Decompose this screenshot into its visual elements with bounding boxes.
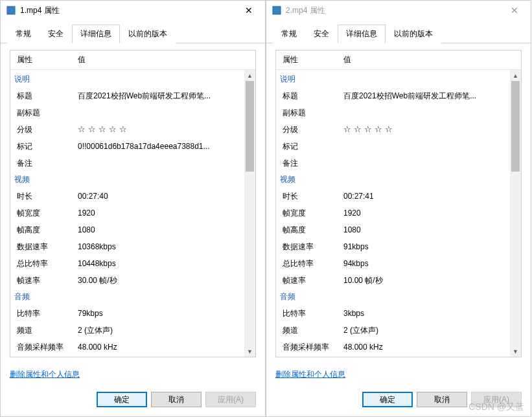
scrollbar[interactable]: ▲▼ [510, 70, 521, 357]
property-name: 时长 [279, 190, 343, 202]
property-row[interactable]: 分级☆☆☆☆☆ [10, 121, 255, 138]
property-value: 1080 [343, 224, 518, 236]
ok-button[interactable]: 确定 [362, 392, 413, 407]
property-name: 帧宽度 [13, 207, 78, 219]
property-row[interactable]: 标题百度2021校招Web前端研发工程师笔... [276, 87, 521, 104]
property-row[interactable]: 时长00:27:40 [10, 188, 255, 205]
property-row[interactable]: 总比特率10448kbps [10, 255, 255, 272]
remove-properties-link[interactable]: 删除属性和个人信息 [266, 364, 531, 385]
window-title: 2.mp4 属性 [286, 5, 500, 16]
rating-stars[interactable]: ☆☆☆☆☆ [343, 124, 518, 135]
property-row[interactable]: 帧高度1080 [276, 221, 521, 238]
property-name: 总比特率 [13, 258, 78, 269]
apply-button[interactable]: 应用(A) [471, 392, 522, 407]
close-button[interactable]: ✕ [234, 1, 264, 20]
cancel-button[interactable]: 取消 [417, 392, 467, 407]
property-row[interactable]: 音频采样频率48.000 kHz [276, 339, 521, 355]
tab-0[interactable]: 常规 [273, 25, 305, 43]
tab-1[interactable]: 安全 [305, 25, 338, 43]
property-row[interactable]: 频道2 (立体声) [10, 322, 255, 339]
dialog-buttons: 确定取消应用(A) [1, 385, 265, 416]
property-name: 比特率 [13, 308, 78, 319]
section-header: 视频 [10, 172, 255, 188]
property-value: 2 (立体声) [343, 324, 518, 336]
tab-2[interactable]: 详细信息 [72, 25, 120, 43]
property-row[interactable]: 频道2 (立体声) [276, 322, 521, 339]
property-value [78, 157, 253, 169]
tab-3[interactable]: 以前的版本 [386, 25, 441, 43]
property-name: 帧宽度 [279, 207, 343, 219]
header-name: 属性 [13, 54, 78, 65]
property-row[interactable]: 备注 [276, 155, 521, 172]
svg-rect-0 [7, 6, 15, 14]
section-header: 音频 [276, 289, 521, 305]
scroll-down-icon[interactable]: ▼ [510, 346, 521, 357]
tab-0[interactable]: 常规 [7, 25, 40, 43]
scroll-up-icon[interactable]: ▲ [510, 70, 521, 81]
property-row[interactable]: 副标题 [10, 104, 255, 121]
properties-panel: 属性值说明标题百度2021校招Web前端研发工程师笔...副标题分级☆☆☆☆☆标… [275, 50, 522, 357]
property-name: 标题 [13, 90, 78, 102]
property-row[interactable]: 数据速率91kbps [276, 238, 521, 255]
property-name: 频道 [279, 324, 343, 336]
ok-button[interactable]: 确定 [97, 392, 147, 407]
property-row[interactable]: 时长00:27:41 [276, 188, 521, 205]
property-row[interactable]: 总比特率94kbps [276, 255, 521, 272]
property-name: 标题 [279, 90, 343, 102]
property-value: 10448kbps [78, 258, 253, 269]
section-header: 说明 [10, 71, 255, 87]
property-row[interactable]: 帧宽度1920 [10, 205, 255, 221]
property-value: 00:27:41 [343, 190, 518, 202]
tab-1[interactable]: 安全 [40, 25, 72, 43]
property-value: 1920 [78, 207, 253, 219]
property-name: 比特率 [279, 308, 343, 319]
properties-window: 2.mp4 属性✕常规安全详细信息以前的版本属性值说明标题百度2021校招Web… [266, 0, 531, 417]
property-name: 副标题 [279, 107, 343, 118]
property-value: 3kbps [343, 308, 518, 319]
property-value [78, 107, 253, 118]
property-value: 1920 [343, 207, 518, 219]
property-row[interactable]: 标题百度2021校招Web前端研发工程师笔... [10, 87, 255, 104]
remove-properties-link[interactable]: 删除属性和个人信息 [1, 364, 265, 385]
property-row[interactable]: 比特率3kbps [276, 305, 521, 322]
scroll-thumb[interactable] [246, 81, 254, 172]
property-row[interactable]: 比特率79kbps [10, 305, 255, 322]
property-name: 备注 [279, 157, 343, 169]
property-name: 频道 [13, 324, 78, 336]
svg-rect-1 [273, 6, 281, 14]
rating-stars[interactable]: ☆☆☆☆☆ [78, 124, 253, 135]
property-row[interactable]: 标记 [276, 138, 521, 155]
property-name: 数据速率 [279, 241, 343, 253]
property-value: 91kbps [343, 241, 518, 253]
property-name: 副标题 [13, 107, 78, 118]
property-value: 94kbps [343, 258, 518, 269]
property-name: 音频采样频率 [13, 341, 78, 353]
property-name: 标记 [279, 141, 343, 152]
scroll-up-icon[interactable]: ▲ [244, 70, 255, 81]
tab-3[interactable]: 以前的版本 [120, 25, 176, 43]
scroll-thumb[interactable] [511, 81, 520, 172]
list-header: 属性值 [10, 51, 255, 70]
property-row[interactable]: 帧宽度1920 [276, 205, 521, 221]
scrollbar[interactable]: ▲▼ [244, 70, 255, 357]
properties-list: 说明标题百度2021校招Web前端研发工程师笔...副标题分级☆☆☆☆☆标记0!… [10, 70, 255, 357]
apply-button[interactable]: 应用(A) [205, 392, 256, 407]
property-value [343, 141, 518, 152]
section-header: 说明 [276, 71, 521, 87]
property-row[interactable]: 帧速率30.00 帧/秒 [10, 272, 255, 289]
property-row[interactable]: 分级☆☆☆☆☆ [276, 121, 521, 138]
close-button[interactable]: ✕ [500, 1, 529, 20]
tab-2[interactable]: 详细信息 [338, 25, 386, 43]
scroll-down-icon[interactable]: ▼ [244, 346, 255, 357]
property-name: 帧速率 [13, 275, 78, 286]
file-icon [272, 5, 282, 16]
property-row[interactable]: 标记0!!00061d6b178a17da4eeea7388d1... [10, 138, 255, 155]
cancel-button[interactable]: 取消 [151, 392, 202, 407]
header-name: 属性 [279, 54, 343, 65]
property-row[interactable]: 备注 [10, 155, 255, 172]
property-row[interactable]: 数据速率10368kbps [10, 238, 255, 255]
property-row[interactable]: 音频采样频率48.000 kHz [10, 339, 255, 355]
property-row[interactable]: 帧速率10.00 帧/秒 [276, 272, 521, 289]
property-row[interactable]: 副标题 [276, 104, 521, 121]
property-row[interactable]: 帧高度1080 [10, 221, 255, 238]
